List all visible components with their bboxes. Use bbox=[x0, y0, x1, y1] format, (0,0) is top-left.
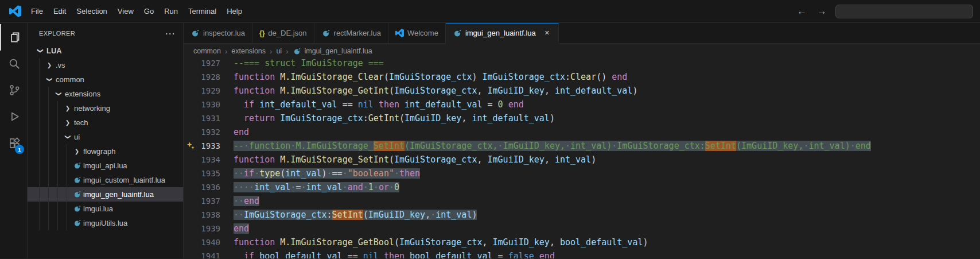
code-line-content[interactable]: function M.ImGuiStorage_GetBool(ImGuiSto… bbox=[234, 235, 648, 249]
code-line-content[interactable]: function M.ImGuiStorage_GetInt(ImGuiStor… bbox=[234, 84, 637, 98]
code-line[interactable]: 1929function M.ImGuiStorage_GetInt(ImGui… bbox=[184, 84, 980, 98]
menu-selection[interactable]: Selection bbox=[71, 4, 112, 19]
activity-explorer[interactable] bbox=[0, 24, 27, 51]
code-line-content[interactable]: if int_default_val == nil then int_defau… bbox=[234, 98, 524, 111]
code-line[interactable]: 1939end bbox=[184, 222, 980, 235]
tab-de-de-json[interactable]: {}de_DE.json bbox=[252, 23, 314, 43]
gutter[interactable]: 1939 bbox=[184, 222, 234, 235]
tree-item-imgui-api-lua[interactable]: imgui_api.lua bbox=[28, 159, 183, 173]
code-line-content[interactable]: --·function·M.ImGuiStorage_SetInt(ImGuiS… bbox=[234, 139, 871, 153]
code-line-content[interactable]: ··if·type(int_val)·==·"boolean"·then bbox=[234, 167, 420, 180]
code-line[interactable]: 1927--=== struct ImGuiStorage === bbox=[184, 59, 980, 70]
breadcrumb-item[interactable]: ui bbox=[276, 47, 282, 55]
code-line-content[interactable]: return ImGuiStorage_ctx:GetInt(ImGuiID_k… bbox=[234, 111, 555, 125]
activity-run-and-debug[interactable] bbox=[0, 103, 27, 130]
tab-imgui-gen-luaintf-lua[interactable]: imgui_gen_luaintf.lua✕ bbox=[446, 23, 559, 43]
copilot-sparkle-icon[interactable] bbox=[186, 141, 195, 150]
gutter[interactable]: 1937 bbox=[184, 194, 234, 208]
code-token: --=== struct ImGuiStorage === bbox=[234, 59, 384, 68]
code-token: then bbox=[399, 168, 420, 179]
lua-file-icon bbox=[72, 162, 81, 169]
tab-close-icon[interactable]: ✕ bbox=[543, 29, 551, 37]
gutter[interactable]: 1932 bbox=[184, 125, 234, 139]
history-forward-icon[interactable]: → bbox=[815, 6, 829, 17]
code-line-content[interactable]: function M.ImGuiStorage_SetInt(ImGuiStor… bbox=[234, 153, 596, 167]
code-line[interactable]: 1933--·function·M.ImGuiStorage_SetInt(Im… bbox=[184, 139, 980, 153]
gutter[interactable]: 1927 bbox=[184, 59, 234, 70]
tab-rectmarker-lua[interactable]: rectMarker.lua bbox=[314, 23, 388, 43]
menu-run[interactable]: Run bbox=[159, 4, 183, 19]
code-line[interactable]: 1930 if int_default_val == nil then int_… bbox=[184, 98, 980, 111]
code-line-content[interactable]: ··ImGuiStorage_ctx:SetInt(ImGuiID_key,·i… bbox=[234, 208, 477, 222]
gutter[interactable]: 1931 bbox=[184, 111, 234, 125]
code-token: ImGuiStorage_ctx bbox=[483, 72, 566, 82]
editor[interactable]: 1927--=== struct ImGuiStorage ===1928fun… bbox=[184, 59, 980, 258]
activity-search[interactable] bbox=[0, 51, 27, 77]
code-line-content[interactable]: ··end bbox=[234, 194, 259, 208]
gutter[interactable]: 1930 bbox=[184, 98, 234, 111]
tree-item-imgui-custom-luaintf-lua[interactable]: imgui_custom_luaintf.lua bbox=[28, 173, 183, 187]
menu-help[interactable]: Help bbox=[221, 4, 247, 19]
code-line[interactable]: 1937··end bbox=[184, 194, 980, 208]
code-line-content[interactable]: --=== struct ImGuiStorage === bbox=[234, 59, 384, 70]
tree-item-imgui-lua[interactable]: imgui.lua bbox=[28, 202, 183, 216]
code-line-content[interactable]: end bbox=[234, 222, 249, 235]
tab-welcome[interactable]: Welcome bbox=[388, 23, 446, 43]
gutter[interactable]: 1933 bbox=[184, 139, 234, 153]
selection-highlight: ··ImGuiStorage_ctx:SetInt(ImGuiID_key,·i… bbox=[234, 210, 477, 220]
code-token: int_default_val bbox=[405, 99, 488, 110]
menu-file[interactable]: File bbox=[26, 4, 48, 19]
gutter[interactable]: 1934 bbox=[184, 153, 234, 167]
activity-extensions[interactable]: 1 bbox=[0, 130, 27, 156]
tree-item-imgui-gen-luaintf-lua[interactable]: imgui_gen_luaintf.lua bbox=[28, 187, 183, 202]
gutter[interactable]: 1935 bbox=[184, 167, 234, 180]
tree-item-ui[interactable]: ❯ui bbox=[28, 130, 183, 144]
code-line-content[interactable]: ····int_val·=·int_val·and·1·or·0 bbox=[234, 180, 399, 194]
code-token: int_default_val bbox=[259, 99, 343, 110]
gutter[interactable]: 1938 bbox=[184, 208, 234, 222]
indent-guide bbox=[57, 115, 58, 130]
code-line[interactable]: 1938··ImGuiStorage_ctx:SetInt(ImGuiID_ke… bbox=[184, 208, 980, 222]
gutter[interactable]: 1928 bbox=[184, 70, 234, 84]
tree-item-tech[interactable]: ❯tech bbox=[28, 115, 183, 130]
code-line[interactable]: 1934function M.ImGuiStorage_SetInt(ImGui… bbox=[184, 153, 980, 167]
breadcrumb-item[interactable]: extensions bbox=[231, 47, 266, 55]
history-back-icon[interactable]: ← bbox=[795, 6, 808, 17]
indent-guide bbox=[48, 216, 49, 230]
tree-item-extensions[interactable]: ❯extensions bbox=[28, 87, 183, 101]
tree-item-flowgraph[interactable]: ❯flowgraph bbox=[28, 144, 183, 159]
code-line[interactable]: 1932end bbox=[184, 125, 980, 139]
code-line-content[interactable]: if bool_default_val == nil then bool_def… bbox=[234, 249, 555, 258]
indent-guide bbox=[39, 173, 40, 187]
code-line-content[interactable]: function M.ImGuiStorage_Clear(ImGuiStora… bbox=[234, 70, 627, 84]
code-token: · bbox=[254, 168, 259, 179]
breadcrumb-item[interactable]: common bbox=[193, 47, 221, 55]
gutter[interactable]: 1940 bbox=[184, 235, 234, 249]
breadcrumb-item[interactable]: imgui_gen_luaintf.lua bbox=[292, 47, 372, 55]
menu-view[interactable]: View bbox=[112, 4, 139, 19]
menu-edit[interactable]: Edit bbox=[48, 4, 71, 19]
code-line-content[interactable]: end bbox=[234, 125, 249, 139]
gutter[interactable]: 1936 bbox=[184, 180, 234, 194]
indent-guide bbox=[39, 87, 40, 101]
activity-source-control[interactable] bbox=[0, 77, 27, 103]
code-line[interactable]: 1941 if bool_default_val == nil then boo… bbox=[184, 249, 980, 258]
menu-terminal[interactable]: Terminal bbox=[183, 4, 221, 19]
tree-item-common[interactable]: ❯common bbox=[28, 72, 183, 87]
gutter[interactable]: 1941 bbox=[184, 249, 234, 258]
code-line[interactable]: 1931 return ImGuiStorage_ctx:GetInt(ImGu… bbox=[184, 111, 980, 125]
tab-inspector-lua[interactable]: inspector.lua bbox=[184, 23, 252, 43]
more-actions-icon[interactable]: ⋯ bbox=[165, 29, 175, 38]
code-line[interactable]: 1936····int_val·=·int_val·and·1·or·0 bbox=[184, 180, 980, 194]
command-center-search[interactable] bbox=[835, 5, 973, 18]
code-line[interactable]: 1935··if·type(int_val)·==·"boolean"·then bbox=[184, 167, 980, 180]
code-line[interactable]: 1928function M.ImGuiStorage_Clear(ImGuiS… bbox=[184, 70, 980, 84]
code-line[interactable]: 1940function M.ImGuiStorage_GetBool(ImGu… bbox=[184, 235, 980, 249]
line-number: 1931 bbox=[201, 114, 220, 123]
menu-go[interactable]: Go bbox=[139, 4, 159, 19]
tree-item-lua[interactable]: ❯LUA bbox=[28, 44, 183, 58]
tree-item-networking[interactable]: ❯networking bbox=[28, 101, 183, 115]
tree-item-imguiutils-lua[interactable]: imguiUtils.lua bbox=[28, 216, 183, 230]
gutter[interactable]: 1929 bbox=[184, 84, 234, 98]
tree-item--vs[interactable]: ❯.vs bbox=[28, 58, 183, 72]
